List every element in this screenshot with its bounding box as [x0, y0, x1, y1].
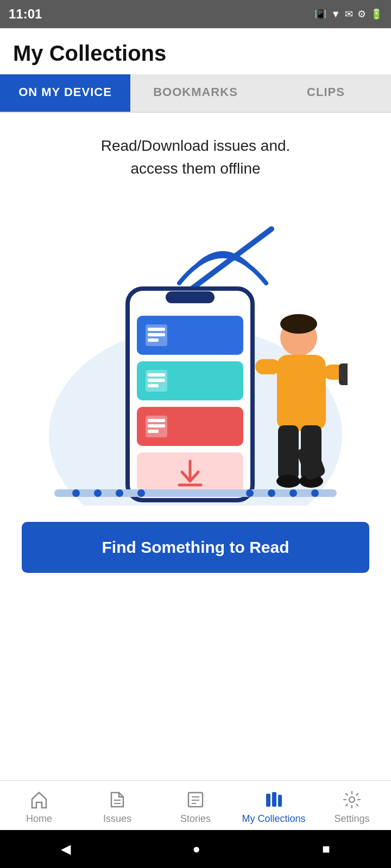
nav-home-label: Home: [26, 813, 52, 825]
svg-rect-4: [166, 291, 215, 303]
svg-rect-18: [148, 424, 165, 427]
svg-point-31: [276, 475, 300, 488]
svg-point-35: [72, 489, 80, 497]
nav-issues[interactable]: Issues: [78, 789, 156, 825]
android-nav-bar: ◀ ● ■: [0, 830, 391, 868]
nav-stories[interactable]: Stories: [156, 789, 235, 825]
svg-point-41: [289, 489, 297, 497]
home-button[interactable]: ●: [192, 841, 200, 857]
svg-point-39: [246, 489, 254, 497]
status-bar: 11:01 📳 ▼ ✉ ⚙ 🔋: [0, 0, 391, 28]
stories-icon: [185, 789, 206, 810]
offline-illustration: [43, 202, 348, 506]
status-icons: 📳 ▼ ✉ ⚙ 🔋: [314, 8, 382, 20]
battery-icon: 🔋: [370, 8, 382, 20]
svg-point-42: [311, 489, 319, 497]
settings-icon: ⚙: [357, 8, 366, 20]
svg-rect-49: [266, 794, 270, 807]
offline-description: Read/Download issues and.access them off…: [101, 135, 291, 180]
nav-settings[interactable]: Settings: [313, 789, 391, 825]
svg-point-38: [137, 489, 145, 497]
tab-on-my-device[interactable]: ON MY DEVICE: [0, 74, 130, 112]
nav-stories-label: Stories: [180, 813, 211, 825]
svg-point-36: [94, 489, 102, 497]
svg-rect-8: [148, 333, 165, 336]
svg-rect-28: [339, 363, 348, 385]
svg-rect-17: [148, 419, 165, 422]
svg-rect-19: [148, 430, 159, 433]
svg-rect-7: [148, 328, 165, 331]
page-title: My Collections: [13, 41, 378, 66]
settings-nav-icon: [342, 789, 362, 810]
svg-rect-12: [148, 373, 165, 376]
collections-icon: [263, 789, 284, 810]
nav-issues-label: Issues: [103, 813, 131, 825]
nav-home[interactable]: Home: [0, 789, 78, 825]
tab-bar: ON MY DEVICE BOOKMARKS CLIPS: [0, 74, 391, 113]
svg-point-40: [268, 489, 275, 497]
svg-rect-26: [255, 359, 280, 374]
svg-rect-13: [148, 379, 165, 382]
status-time: 11:01: [9, 7, 42, 22]
issues-icon: [107, 789, 128, 810]
nav-settings-label: Settings: [334, 813, 369, 825]
email-icon: ✉: [345, 8, 353, 20]
svg-point-52: [349, 797, 355, 802]
svg-point-24: [280, 314, 317, 334]
back-button[interactable]: ◀: [61, 841, 71, 857]
svg-point-37: [116, 489, 123, 497]
svg-rect-9: [148, 339, 159, 342]
svg-rect-50: [272, 792, 276, 807]
header: My Collections: [0, 28, 391, 74]
find-something-button[interactable]: Find Something to Read: [22, 522, 369, 573]
svg-rect-29: [278, 425, 299, 480]
svg-rect-14: [148, 384, 159, 387]
recents-button[interactable]: ■: [322, 841, 330, 857]
main-content: Read/Download issues and.access them off…: [0, 113, 391, 780]
wifi-icon: ▼: [331, 9, 340, 20]
nav-my-collections-label: My Collections: [242, 813, 305, 825]
vibrate-icon: 📳: [314, 8, 326, 20]
tab-clips[interactable]: CLIPS: [261, 74, 391, 112]
svg-rect-25: [277, 355, 326, 431]
bottom-nav: Home Issues Stories My Collections: [0, 780, 391, 830]
nav-my-collections[interactable]: My Collections: [235, 789, 313, 825]
home-icon: [29, 789, 49, 810]
tab-bookmarks[interactable]: BOOKMARKS: [130, 74, 261, 112]
svg-rect-51: [278, 795, 282, 807]
